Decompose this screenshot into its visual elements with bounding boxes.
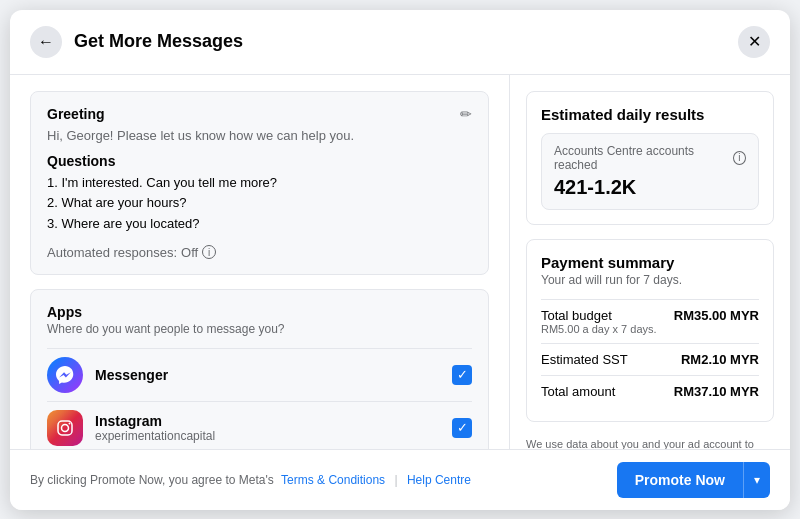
messenger-name: Messenger (95, 367, 452, 383)
close-button[interactable]: ✕ (738, 26, 770, 58)
automated-label: Automated responses: (47, 245, 177, 260)
messenger-info: Messenger (95, 367, 452, 383)
modal-footer: By clicking Promote Now, you agree to Me… (10, 449, 790, 510)
instagram-name: Instagram (95, 413, 452, 429)
terms-prefix: By clicking Promote Now, you agree to Me… (30, 473, 274, 487)
apps-section: Apps Where do you want people to message… (30, 289, 489, 449)
left-panel: Greeting ✏ Hi, George! Please let us kno… (10, 75, 510, 449)
instagram-info: Instagram experimentationcapital (95, 413, 452, 443)
greeting-text: Hi, George! Please let us know how we ca… (47, 128, 472, 143)
automated-value: Off (181, 245, 198, 260)
greeting-title: Greeting (47, 106, 105, 122)
sst-label: Estimated SST (541, 352, 628, 367)
payment-subtitle: Your ad will run for 7 days. (541, 273, 759, 287)
instagram-app-item: Instagram experimentationcapital ✓ (47, 401, 472, 449)
accounts-label-row: Accounts Centre accounts reached i (554, 144, 746, 172)
total-row: Total amount RM37.10 MYR (541, 375, 759, 407)
payment-row-budget: Total budget RM5.00 a day x 7 days. RM35… (541, 299, 759, 343)
questions-title: Questions (47, 153, 472, 169)
messenger-app-item: Messenger ✓ (47, 348, 472, 401)
separator: | (394, 473, 397, 487)
budget-label-group: Total budget RM5.00 a day x 7 days. (541, 308, 657, 335)
svg-point-2 (69, 422, 71, 424)
budget-label: Total budget (541, 308, 657, 323)
instagram-sub: experimentationcapital (95, 429, 452, 443)
messenger-checkbox[interactable]: ✓ (452, 365, 472, 385)
modal: ← Get More Messages ✕ Greeting ✏ Hi, Geo… (10, 10, 790, 510)
budget-amount: RM35.00 MYR (674, 308, 759, 323)
edit-icon[interactable]: ✏ (460, 106, 472, 122)
instagram-icon (47, 410, 83, 446)
instagram-checkbox[interactable]: ✓ (452, 418, 472, 438)
accounts-value: 421-1.2K (554, 176, 746, 199)
payment-card: Payment summary Your ad will run for 7 d… (526, 239, 774, 422)
payment-row-sst: Estimated SST RM2.10 MYR (541, 343, 759, 375)
greeting-header: Greeting ✏ (47, 106, 472, 122)
apps-title: Apps (47, 304, 472, 320)
footer-terms: By clicking Promote Now, you agree to Me… (30, 473, 617, 487)
questions-list: 1. I'm interested. Can you tell me more?… (47, 173, 472, 235)
accounts-info-icon[interactable]: i (733, 151, 746, 165)
info-icon[interactable]: i (202, 245, 216, 259)
help-link[interactable]: Help Centre (407, 473, 471, 487)
promote-dropdown-button[interactable]: ▾ (743, 462, 770, 498)
budget-sublabel: RM5.00 a day x 7 days. (541, 323, 657, 335)
question-3: 3. Where are you located? (47, 214, 472, 235)
messenger-icon (47, 357, 83, 393)
apps-subtitle: Where do you want people to message you? (47, 322, 472, 336)
modal-header: ← Get More Messages ✕ (10, 10, 790, 75)
payment-title: Payment summary (541, 254, 759, 271)
total-label: Total amount (541, 384, 615, 399)
promote-now-button[interactable]: Promote Now (617, 462, 743, 498)
estimated-title: Estimated daily results (541, 106, 759, 123)
modal-body: Greeting ✏ Hi, George! Please let us kno… (10, 75, 790, 449)
question-1: 1. I'm interested. Can you tell me more? (47, 173, 472, 194)
terms-link[interactable]: Terms & Conditions (281, 473, 385, 487)
accounts-box: Accounts Centre accounts reached i 421-1… (541, 133, 759, 210)
modal-title: Get More Messages (74, 31, 738, 52)
svg-point-1 (62, 424, 69, 431)
question-2: 2. What are your hours? (47, 193, 472, 214)
greeting-card: Greeting ✏ Hi, George! Please let us kno… (30, 91, 489, 275)
promote-btn-group: Promote Now ▾ (617, 462, 770, 498)
estimated-results-card: Estimated daily results Accounts Centre … (526, 91, 774, 225)
back-button[interactable]: ← (30, 26, 62, 58)
right-panel: Estimated daily results Accounts Centre … (510, 75, 790, 449)
disclaimer: We use data about you and your ad accoun… (526, 436, 774, 449)
total-amount: RM37.10 MYR (674, 384, 759, 399)
accounts-label: Accounts Centre accounts reached (554, 144, 729, 172)
sst-amount: RM2.10 MYR (681, 352, 759, 367)
automated-row: Automated responses: Off i (47, 245, 472, 260)
